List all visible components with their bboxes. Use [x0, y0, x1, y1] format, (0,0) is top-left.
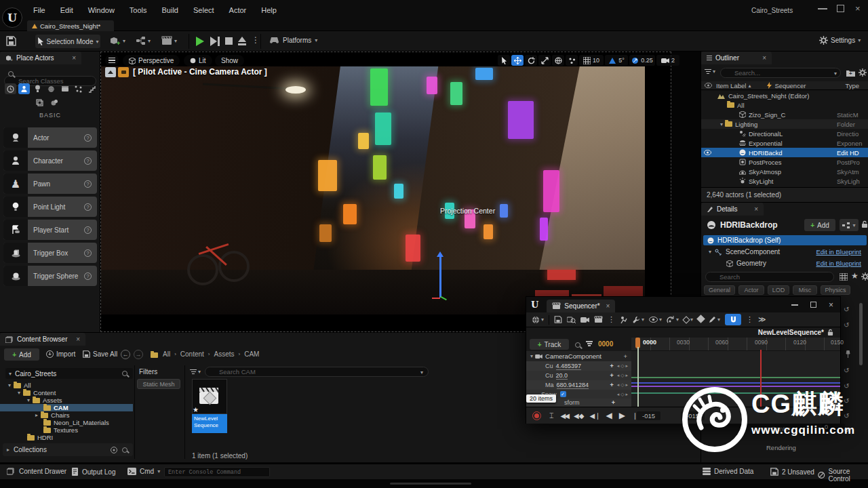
save-all-button[interactable]: Save All [83, 350, 117, 358]
add-key-icon[interactable]: + [612, 399, 615, 406]
help-icon[interactable]: ? [84, 134, 92, 142]
recently-placed-icon[interactable] [5, 83, 16, 94]
column-type[interactable]: Type [845, 82, 859, 89]
world-dropdown[interactable]: ▾ [532, 316, 544, 324]
breadcrumb-content[interactable]: Content [180, 350, 204, 358]
help-icon[interactable]: ? [84, 180, 92, 188]
menu-select[interactable]: Select [186, 0, 222, 20]
viewport-scene[interactable]: Projection Center [101, 66, 645, 314]
auto-key-toggle[interactable] [698, 316, 704, 323]
console-command-input[interactable] [164, 467, 270, 477]
scale-snap-toggle[interactable]: 0.25 [629, 55, 655, 66]
tree-item-textures[interactable]: Textures [43, 426, 171, 434]
gizmo-z-arrowhead[interactable] [437, 251, 443, 257]
asset-filter-dropdown[interactable]: ▾ [190, 369, 201, 375]
sequencer-actions-icon[interactable] [620, 316, 628, 324]
key-nav-icons[interactable]: ◂ ◇ ▸ [617, 363, 628, 369]
reset-to-default-icon[interactable]: ↺ [844, 321, 849, 329]
outliner-row-zizo-sign[interactable]: Zizo_Sign_C StaticM [701, 110, 868, 119]
viewport-perspective-dropdown[interactable]: Perspective [123, 55, 180, 66]
key-nav-icons[interactable]: ◂ ◇ ▸ [617, 373, 628, 378]
tree-item-hdri[interactable]: HDRI [27, 434, 155, 441]
rotate-tool[interactable] [525, 55, 537, 66]
keyframe-options-dropdown[interactable]: ▾ [684, 317, 693, 323]
column-item-label[interactable]: Item Label [716, 82, 746, 89]
outliner-row-hdribackdrop[interactable]: HDRIBackd Edit HD [701, 148, 868, 157]
unreal-logo-icon[interactable]: U [2, 7, 22, 28]
property-track-row[interactable]: Cu 4.485397 + ◂ ◇ ▸ [526, 361, 631, 371]
key-nav-icons[interactable]: ◂ ◇ ▸ [617, 382, 628, 388]
gizmo-z-axis[interactable] [439, 257, 441, 298]
cinematic-category-icon[interactable] [59, 83, 71, 94]
output-log-button[interactable]: Output Log [71, 468, 115, 476]
shapes-category-icon[interactable] [45, 83, 57, 94]
tree-item-assets[interactable]: ▾Assets [27, 396, 155, 404]
close-icon[interactable]: × [76, 336, 80, 343]
window-maximize-button[interactable] [837, 5, 844, 12]
playhead-line[interactable] [637, 347, 639, 407]
tree-item-neon-lit-materials[interactable]: Neon_Lit_Materials [43, 419, 171, 426]
close-icon[interactable]: × [606, 302, 610, 310]
source-control-button[interactable]: Source Control [818, 468, 868, 483]
close-icon[interactable]: × [72, 54, 76, 62]
outliner-row-type[interactable]: Edit HD [837, 149, 859, 157]
help-icon[interactable]: ? [84, 249, 92, 257]
add-key-icon[interactable]: + [610, 363, 613, 369]
property-value[interactable]: 20.0 [556, 372, 568, 380]
menu-tools[interactable]: Tools [122, 0, 155, 20]
frame-skip-button[interactable] [210, 37, 220, 46]
details-scrollbar[interactable] [859, 303, 863, 365]
derived-data-button[interactable]: Derived Data [703, 468, 753, 475]
playback-start-time[interactable]: -015 [637, 411, 660, 420]
eject-button[interactable] [238, 37, 246, 45]
details-row-geometry[interactable]: Geometry Edit in Blueprint [703, 258, 867, 268]
camera-component-track[interactable]: ▾ CameraComponent + [526, 351, 631, 361]
add-key-icon[interactable]: + [610, 382, 613, 388]
details-tab-physics[interactable]: Physics [821, 285, 850, 295]
search-save-chevron[interactable]: ▾ [420, 369, 423, 375]
add-section-icon[interactable]: + [623, 352, 627, 360]
outliner-row-all[interactable]: All [701, 100, 868, 110]
current-frame-field[interactable]: 0000 [598, 340, 613, 348]
menu-window[interactable]: Window [81, 0, 122, 20]
playback-options-dropdown[interactable]: ▾ [667, 316, 679, 323]
asset-search-input[interactable] [205, 367, 429, 377]
place-actor-item-player-start[interactable]: Player Start ? [3, 220, 97, 240]
content-drawer-button[interactable]: Content Drawer [7, 468, 66, 475]
volumes-category-icon[interactable] [48, 97, 60, 108]
outliner-row-exponential-fog[interactable]: Exponential Exponen [701, 138, 868, 148]
outliner-row-postprocess[interactable]: PostProces PostPro [701, 157, 868, 167]
details-row-scenecomponent[interactable]: ▾ SceneComponent Edit in Blueprint [703, 247, 867, 257]
details-settings-gear-icon[interactable] [861, 272, 868, 281]
display-filter-icon[interactable] [840, 273, 848, 281]
view-options-dropdown[interactable]: ▾ [649, 317, 662, 323]
breadcrumb-cam[interactable]: CAM [244, 350, 259, 358]
import-button[interactable]: Import [46, 350, 75, 358]
cursor-select-tool[interactable] [498, 55, 510, 66]
edit-in-blueprint-link[interactable]: Edit in Blueprint [816, 248, 861, 256]
help-icon[interactable]: ? [84, 272, 92, 280]
search-icon[interactable] [122, 447, 127, 453]
breadcrumb-assets[interactable]: Assets [214, 350, 235, 358]
play-forward-button[interactable]: ▶ [619, 411, 625, 420]
edit-mode-dropdown[interactable]: ▾ [709, 316, 720, 323]
stop-button[interactable] [225, 37, 233, 45]
add-actor-dropdown[interactable]: + ▾ [110, 36, 125, 46]
selection-mode-dropdown[interactable]: Selection Mode ▾ [35, 35, 100, 48]
favorites-star-icon[interactable]: ★ [851, 271, 859, 281]
move-tool[interactable] [511, 55, 524, 66]
outliner-search-input[interactable] [720, 68, 841, 78]
place-actors-tab[interactable]: + Place Actors × [0, 52, 81, 64]
menu-edit[interactable]: Edit [53, 0, 81, 20]
collections-target-icon[interactable] [110, 446, 118, 454]
add-key-icon[interactable]: + [610, 372, 613, 379]
sequence-name[interactable]: NewLevelSequence* [758, 329, 824, 336]
timeline-ruler[interactable]: 0030 0060 0090 0120 0150 [631, 338, 840, 351]
viewport[interactable]: Projection Center Perspective Lit Show [… [100, 52, 671, 332]
edit-in-blueprint-link[interactable]: Edit in Blueprint [816, 260, 861, 267]
menu-build[interactable]: Build [155, 0, 186, 20]
tree-item-chairs[interactable]: ▸Chairs [35, 411, 163, 419]
outliner-row-skyatmosphere[interactable]: SkyAtmosp SkyAtm [701, 167, 868, 176]
place-actor-item-trigger-box[interactable]: Trigger Box ? [3, 243, 97, 263]
outliner-row-lighting[interactable]: ▾ Lighting Folder [701, 119, 868, 129]
